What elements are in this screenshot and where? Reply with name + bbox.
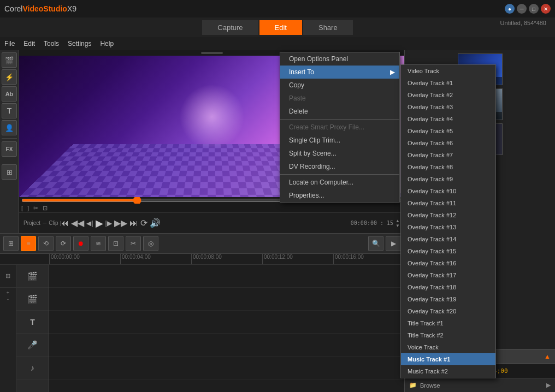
rewind-button[interactable]: ◀◀ <box>71 218 84 228</box>
track-data-4 <box>49 357 404 379</box>
smart-btn[interactable]: ⊡ <box>108 236 123 251</box>
nav-tabs: Capture Edit Share <box>0 20 555 35</box>
sub-overlay-18[interactable]: Overlay Track #18 <box>401 281 495 293</box>
sub-video-track[interactable]: Video Track <box>401 65 495 77</box>
tool-last[interactable]: ⊞ <box>2 164 17 180</box>
sub-overlay-19[interactable]: Overlay Track #19 <box>401 293 495 305</box>
sub-overlay-17[interactable]: Overlay Track #17 <box>401 269 495 281</box>
timeline-section: ⊞ ≡ ⟲ ⟳ ⏺ ≋ ⊡ ✂ ◎ 🔍 ▶ 00:00:00;00 00:00:… <box>0 233 404 392</box>
play-button[interactable]: ▶ <box>96 217 103 229</box>
scale-2: 00:00:08;00 <box>191 254 262 264</box>
track-data-1 <box>49 288 404 311</box>
sub-overlay-5[interactable]: Overlay Track #5 <box>401 125 495 137</box>
track-left-icons: ⊞ + - <box>0 265 16 392</box>
sub-music-2[interactable]: Music Track #2 <box>401 365 495 377</box>
sub-overlay-10[interactable]: Overlay Track #10 <box>401 185 495 197</box>
sub-overlay-16[interactable]: Overlay Track #16 <box>401 257 495 269</box>
ctx-delete[interactable]: Delete <box>280 105 399 118</box>
step-fwd-button[interactable]: |▶ <box>105 219 112 227</box>
maximize-button[interactable]: □ <box>529 4 539 14</box>
sub-overlay-1[interactable]: Overlay Track #1 <box>401 77 495 89</box>
zoom-btn[interactable]: 🔍 <box>368 236 383 251</box>
sub-music-1[interactable]: Music Track #1 <box>401 353 495 365</box>
ctx-open-options[interactable]: Open Options Panel <box>280 52 399 66</box>
redo-btn[interactable]: ⟳ <box>56 236 71 251</box>
sub-overlay-3[interactable]: Overlay Track #3 <box>401 101 495 113</box>
tool-fx[interactable]: FX <box>2 141 17 157</box>
ctx-single-trim[interactable]: Single Clip Trim... <box>280 134 399 147</box>
prev-button[interactable]: ⏮ <box>60 218 69 228</box>
menu-edit[interactable]: Edit <box>23 40 35 47</box>
tab-share[interactable]: Share <box>303 20 353 35</box>
sub-overlay-11[interactable]: Overlay Track #11 <box>401 197 495 209</box>
sub-voice-track[interactable]: Voice Track <box>401 341 495 353</box>
arrow-icon: ▶ <box>390 68 395 76</box>
sub-overlay-13[interactable]: Overlay Track #13 <box>401 221 495 233</box>
sub-overlay-2[interactable]: Overlay Track #2 <box>401 89 495 101</box>
browse-bar: 📁 Browse ▶ <box>405 378 555 392</box>
next-button[interactable]: ⏭ <box>129 218 138 228</box>
sub-overlay-12[interactable]: Overlay Track #12 <box>401 209 495 221</box>
ctx-split-scene[interactable]: Split by Scene... <box>280 147 399 160</box>
menu-help[interactable]: Help <box>100 40 114 47</box>
track-data-2 <box>49 311 404 334</box>
timeline-scale: 00:00:00;00 00:00:04;00 00:00:08;00 00:0… <box>0 254 404 265</box>
menu-file[interactable]: File <box>4 40 15 47</box>
browse-icon: 📁 <box>409 382 417 389</box>
tool-media[interactable]: 🎬 <box>2 52 17 68</box>
tool-instant[interactable]: ⚡ <box>2 69 17 85</box>
options-expand-icon[interactable]: ▲ <box>544 353 551 360</box>
tool-graphic[interactable]: 👤 <box>2 120 17 135</box>
sub-overlay-7[interactable]: Overlay Track #7 <box>401 149 495 161</box>
tab-capture[interactable]: Capture <box>202 20 258 35</box>
remove-track-btn[interactable]: - <box>1 296 15 302</box>
ctx-dv-recording[interactable]: DV Recording... <box>280 160 399 173</box>
timecode-stepper[interactable]: ▲ ▼ <box>395 218 400 228</box>
close-button[interactable]: ✕ <box>541 4 551 14</box>
volume-button[interactable]: 🔊 <box>150 218 161 228</box>
track-icon-0[interactable]: ⊞ <box>0 265 16 288</box>
ctx-properties[interactable]: Properties... <box>280 189 399 202</box>
sub-overlay-9[interactable]: Overlay Track #9 <box>401 173 495 185</box>
corel-button[interactable]: ● <box>505 4 515 14</box>
tool-text[interactable]: Ab <box>2 86 17 102</box>
scale-3: 00:00:12;00 <box>262 254 333 264</box>
ctx-insert-to[interactable]: Insert To ▶ <box>280 66 399 79</box>
sub-overlay-15[interactable]: Overlay Track #15 <box>401 245 495 257</box>
repeat-button[interactable]: ⟳ <box>140 218 147 228</box>
sub-overlay-8[interactable]: Overlay Track #8 <box>401 161 495 173</box>
menubar: File Edit Tools Settings Help <box>0 37 555 50</box>
mix-btn[interactable]: ≋ <box>91 236 106 251</box>
ctx-copy[interactable]: Copy <box>280 79 399 92</box>
browse-arrow[interactable]: ▶ <box>546 382 551 389</box>
app-logo: CorelVideoStudioX9 <box>4 4 76 13</box>
tab-edit[interactable]: Edit <box>259 20 302 35</box>
sub-music-3[interactable]: Music Track #3 <box>401 377 495 378</box>
storyboard-btn[interactable]: ⊞ <box>3 236 19 251</box>
track-data-area[interactable] <box>49 265 404 392</box>
sub-title-2[interactable]: Title Track #2 <box>401 329 495 341</box>
fwd-button[interactable]: ▶▶ <box>114 218 127 228</box>
undo-btn[interactable]: ⟲ <box>38 236 54 251</box>
browse-label[interactable]: Browse <box>420 382 440 389</box>
sub-overlay-20[interactable]: Overlay Track #20 <box>401 305 495 317</box>
ctx-locate[interactable]: Locate on Computer... <box>280 176 399 189</box>
silence-btn[interactable]: ◎ <box>143 236 158 251</box>
menu-tools[interactable]: Tools <box>44 40 59 47</box>
add-track-btn[interactable]: + <box>1 290 15 295</box>
more-btn[interactable]: ▶ <box>386 236 401 251</box>
scale-4: 00:00:16;00 <box>333 254 404 264</box>
minimize-button[interactable]: ─ <box>517 4 527 14</box>
tool-title[interactable]: T <box>2 103 17 118</box>
sub-overlay-14[interactable]: Overlay Track #14 <box>401 233 495 245</box>
menu-settings[interactable]: Settings <box>68 40 91 47</box>
sub-overlay-4[interactable]: Overlay Track #4 <box>401 113 495 125</box>
split-btn[interactable]: ✂ <box>126 236 141 251</box>
timeline-btn[interactable]: ≡ <box>21 236 36 251</box>
record-btn[interactable]: ⏺ <box>73 236 88 251</box>
timeline-tracks: ⊞ + - 🎬 🎬 T 🎤 ♪ <box>0 265 404 392</box>
sub-overlay-6[interactable]: Overlay Track #6 <box>401 137 495 149</box>
sub-title-1[interactable]: Title Track #1 <box>401 317 495 329</box>
window-controls: ● ─ □ ✕ <box>505 4 551 14</box>
step-back-button[interactable]: ◀| <box>86 219 93 227</box>
